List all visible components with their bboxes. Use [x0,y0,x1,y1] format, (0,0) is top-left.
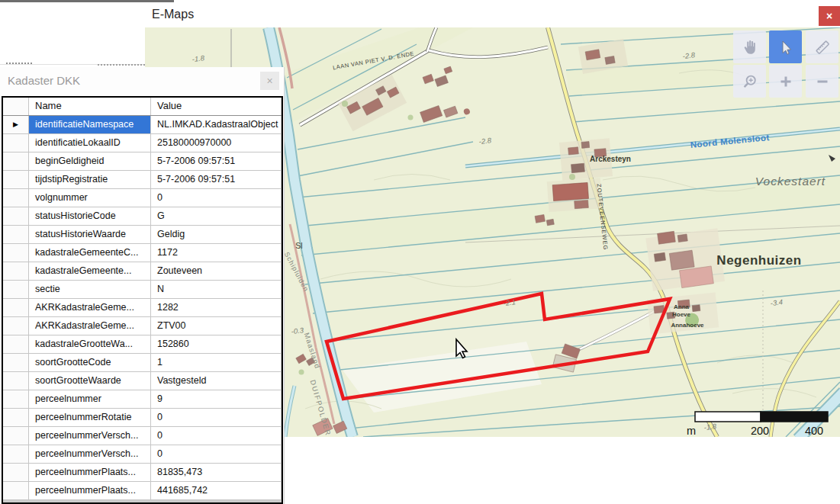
property-table: Name Value ▶identificatieNamespaceNL.IMK… [2,96,283,504]
table-row[interactable]: statusHistorieWaardeGeldig [3,226,282,244]
row-indicator[interactable] [3,299,29,316]
property-value-cell[interactable]: 1282 [151,299,282,316]
row-indicator[interactable]: ▶ [3,116,29,133]
row-indicator[interactable] [3,226,29,243]
property-value-cell[interactable]: 0 [151,445,282,463]
property-value-cell[interactable]: NL.IMKAD.KadastraalObject [151,116,282,133]
property-value-cell[interactable]: G [151,207,282,225]
table-row[interactable]: perceelnummerRotatie0 [3,409,282,427]
property-value-cell[interactable]: N [151,281,282,298]
property-value-cell[interactable]: 152860 [151,335,282,353]
panel-title: Kadaster DKK [8,74,80,87]
row-indicator[interactable] [3,171,29,188]
property-name-cell[interactable]: perceelnummerVersch... [29,445,151,463]
property-name-cell[interactable]: kadastraleGemeente... [29,262,151,280]
property-name-cell[interactable]: tijdstipRegistratie [29,171,151,188]
table-row[interactable]: AKRKadastraleGeme...ZTV00 [3,317,282,335]
toolbar-button-measure[interactable] [806,30,838,63]
table-row[interactable]: perceelnummerPlaats...441685,742 [3,482,282,500]
column-header-value[interactable]: Value [151,98,282,115]
property-name-cell[interactable]: volgnummer [29,189,151,207]
farm-label-hoeve: Hoeve [672,311,691,318]
table-row[interactable]: AKRKadastraleGeme...1282 [3,299,282,317]
farm-label-arckesteyn: Arckesteyn [590,155,631,163]
property-name-cell[interactable]: soortGrootteWaarde [29,372,151,390]
property-value-cell[interactable]: 9 [151,390,282,408]
row-indicator[interactable] [3,390,29,408]
property-name-cell[interactable]: beginGeldigheid [29,152,151,170]
property-value-cell[interactable]: 0 [151,409,282,426]
toolbar-button-select[interactable] [769,30,802,63]
table-row[interactable]: soortGrootteCode1 [3,354,282,372]
property-value-cell[interactable]: 5-7-2006 09:57:51 [151,171,282,188]
toolbar-button-zoom-box[interactable] [733,65,766,98]
toolbar-button-pan[interactable] [733,30,766,63]
column-header-name[interactable]: Name [29,98,151,115]
row-indicator[interactable] [3,354,29,371]
row-indicator[interactable] [3,335,29,353]
row-indicator[interactable] [3,464,29,481]
table-row[interactable]: statusHistorieCodeG [3,207,282,226]
property-value-cell[interactable]: 5-7-2006 09:57:51 [151,152,282,170]
row-indicator[interactable] [3,482,29,499]
table-row[interactable]: kadastraleGemeenteC...1172 [3,244,282,262]
toolbar-button-zoom-out[interactable] [806,65,838,98]
row-indicator[interactable] [3,317,29,335]
table-row[interactable]: perceelnummer9 [3,390,282,409]
property-name-cell[interactable]: identificatieNamespace [29,116,151,133]
property-name-cell[interactable]: statusHistorieCode [29,207,151,225]
row-indicator[interactable] [3,445,29,463]
table-row[interactable]: perceelnummerVersch...0 [3,427,282,445]
row-indicator[interactable] [3,189,29,207]
property-value-cell[interactable]: ZTV00 [151,317,282,335]
row-indicator[interactable] [3,152,29,170]
property-name-cell[interactable]: sectie [29,281,151,298]
property-value-cell[interactable]: 441685,742 [151,482,282,499]
row-indicator[interactable] [3,409,29,426]
panel-close-button[interactable]: × [260,72,279,90]
table-row[interactable]: ▶identificatieNamespaceNL.IMKAD.Kadastra… [3,116,282,134]
property-name-cell[interactable]: perceelnummerPlaats... [29,464,151,481]
table-row[interactable]: tijdstipRegistratie5-7-2006 09:57:51 [3,171,282,189]
property-name-cell[interactable]: kadastraleGemeenteC... [29,244,151,262]
property-value-cell[interactable]: Geldig [151,226,282,243]
property-name-cell[interactable]: perceelnummerRotatie [29,409,151,426]
table-row[interactable]: beginGeldigheid5-7-2006 09:57:51 [3,152,282,171]
row-indicator[interactable] [3,427,29,445]
table-row[interactable]: volgnummer0 [3,189,282,207]
property-name-cell[interactable]: statusHistorieWaarde [29,226,151,243]
property-name-cell[interactable]: perceelnummer [29,390,151,408]
property-name-cell[interactable]: kadastraleGrootteWa... [29,335,151,353]
property-name-cell[interactable]: perceelnummerPlaats... [29,482,151,499]
property-name-cell[interactable]: soortGrootteCode [29,354,151,371]
table-row[interactable]: sectieN [3,281,282,299]
property-name-cell[interactable]: AKRKadastraleGeme... [29,299,151,316]
toolbar-button-zoom-in[interactable] [769,65,802,98]
horizontal-scrollbar[interactable] [3,500,282,503]
table-row[interactable]: perceelnummerPlaats...81835,473 [3,464,282,482]
row-indicator[interactable] [3,372,29,390]
elevation-label: -2.8 [478,136,492,146]
window-close-button[interactable]: × [819,6,840,26]
property-value-cell[interactable]: 0 [151,427,282,445]
row-indicator[interactable] [3,281,29,298]
property-name-cell[interactable]: perceelnummerVersch... [29,427,151,445]
property-name-cell[interactable]: identificatieLokaalID [29,134,151,152]
property-value-cell[interactable]: 1 [151,354,282,371]
property-value-cell[interactable]: 25180000970000 [151,134,282,152]
row-indicator[interactable] [3,207,29,225]
row-indicator[interactable] [3,262,29,280]
table-row[interactable]: perceelnummerVersch...0 [3,445,282,464]
property-value-cell[interactable]: Zouteveen [151,262,282,280]
table-row[interactable]: kadastraleGemeente...Zouteveen [3,262,282,281]
property-name-cell[interactable]: AKRKadastraleGeme... [29,317,151,335]
table-row[interactable]: soortGrootteWaardeVastgesteld [3,372,282,390]
property-value-cell[interactable]: 1172 [151,244,282,262]
property-value-cell[interactable]: Vastgesteld [151,372,282,390]
table-row[interactable]: identificatieLokaalID25180000970000 [3,134,282,152]
property-value-cell[interactable]: 81835,473 [151,464,282,481]
row-indicator[interactable] [3,134,29,152]
property-value-cell[interactable]: 0 [151,189,282,207]
table-row[interactable]: kadastraleGrootteWa...152860 [3,335,282,354]
row-indicator[interactable] [3,244,29,262]
